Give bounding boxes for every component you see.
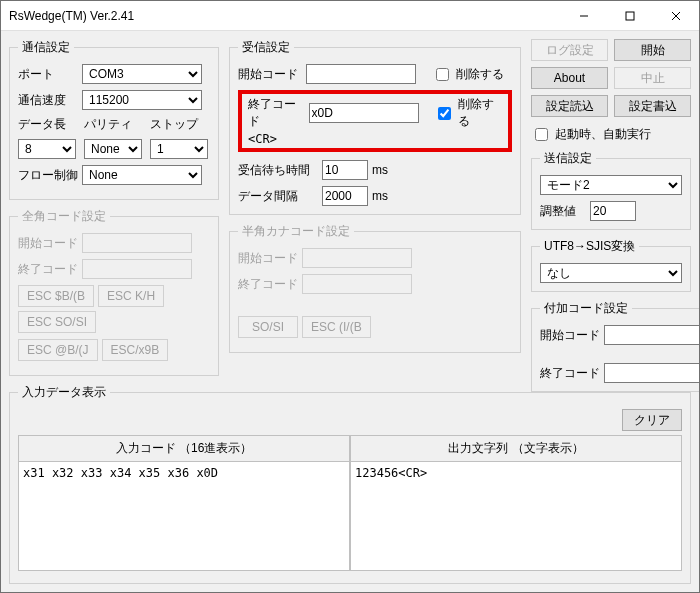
comm-legend: 通信設定 xyxy=(18,39,74,56)
append-end-label: 終了コード xyxy=(540,365,600,382)
window-title: RsWedge(TM) Ver.2.41 xyxy=(9,9,561,23)
wait-unit: ms xyxy=(372,163,388,177)
stop-button: 中止 xyxy=(614,67,691,89)
io-legend: 入力データ表示 xyxy=(18,384,110,401)
han-start-label: 開始コード xyxy=(238,250,298,267)
zen-start-label: 開始コード xyxy=(18,235,78,252)
baud-select[interactable]: 115200 xyxy=(82,90,202,110)
interval-label: データ間隔 xyxy=(238,188,318,205)
wait-input[interactable] xyxy=(322,160,368,180)
send-legend: 送信設定 xyxy=(540,150,596,167)
stop-label: ストップ xyxy=(150,116,208,133)
zenkaku-group: 全角コード設定 開始コード 終了コード ESC $B/(B ESC K/H ES… xyxy=(9,208,219,376)
stop-select[interactable]: 1 xyxy=(150,139,208,159)
interval-input[interactable] xyxy=(322,186,368,206)
adjust-label: 調整値 xyxy=(540,203,586,220)
write-setting-button[interactable]: 設定書込 xyxy=(614,95,691,117)
hankaku-legend: 半角カナコード設定 xyxy=(238,223,354,240)
start-delete-checkbox[interactable] xyxy=(436,68,449,81)
zenkaku-legend: 全角コード設定 xyxy=(18,208,110,225)
end-code-friendly: <CR> xyxy=(248,132,277,146)
han-end-label: 終了コード xyxy=(238,276,298,293)
autorun-checkbox[interactable] xyxy=(535,128,548,141)
zen-btn3: ESC SO/SI xyxy=(18,311,96,333)
port-label: ポート xyxy=(18,66,78,83)
data-label: データ長 xyxy=(18,116,76,133)
start-delete-chk[interactable]: 削除する xyxy=(432,65,504,84)
zen-end-label: 終了コード xyxy=(18,261,78,278)
data-select[interactable]: 8 xyxy=(18,139,76,159)
utf-select[interactable]: なし xyxy=(540,263,682,283)
parity-label: パリティ xyxy=(84,116,142,133)
autorun-chk[interactable]: 起動時、自動実行 xyxy=(531,125,691,144)
input-pane: 入力コード （16進表示） x31 x32 x33 x34 x35 x36 x0… xyxy=(18,435,350,571)
svg-rect-1 xyxy=(626,12,634,20)
send-mode-select[interactable]: モード2 xyxy=(540,175,682,195)
start-code-input[interactable] xyxy=(306,64,416,84)
output-header: 出力文字列 （文字表示） xyxy=(351,436,681,462)
append-start-input[interactable] xyxy=(604,325,699,345)
append-legend: 付加コード設定 xyxy=(540,300,632,317)
maximize-button[interactable] xyxy=(607,1,653,31)
end-delete-checkbox[interactable] xyxy=(438,107,451,120)
zen-end-input xyxy=(82,259,192,279)
end-code-input[interactable] xyxy=(309,103,419,123)
log-setting-button: ログ設定 xyxy=(531,39,608,61)
adjust-input[interactable] xyxy=(590,201,636,221)
parity-select[interactable]: None xyxy=(84,139,142,159)
output-pane: 出力文字列 （文字表示） 123456<CR> xyxy=(350,435,682,571)
titlebar: RsWedge(TM) Ver.2.41 xyxy=(1,1,699,31)
end-delete-chk[interactable]: 削除する xyxy=(434,96,502,130)
input-body[interactable]: x31 x32 x33 x34 x35 x36 x0D xyxy=(19,462,349,570)
hankaku-group: 半角カナコード設定 開始コード 終了コード SO/SI ESC (I/(B xyxy=(229,223,521,353)
zen-start-input xyxy=(82,233,192,253)
han-btn1: SO/SI xyxy=(238,316,298,338)
utf-legend: UTF8→SJIS変換 xyxy=(540,238,639,255)
send-group: 送信設定 モード2 調整値 xyxy=(531,150,691,230)
start-code-label: 開始コード xyxy=(238,66,302,83)
end-code-label: 終了コード xyxy=(248,96,305,130)
end-code-highlight: 終了コード 削除する <CR> xyxy=(238,90,512,152)
zen-btn1: ESC $B/(B xyxy=(18,285,94,307)
output-body[interactable]: 123456<CR> xyxy=(351,462,681,570)
clear-button[interactable]: クリア xyxy=(622,409,682,431)
zen-btn4: ESC @B/(J xyxy=(18,339,98,361)
recv-group: 受信設定 開始コード 削除する 終了コード xyxy=(229,39,521,215)
interval-unit: ms xyxy=(372,189,388,203)
flow-label: フロー制御 xyxy=(18,167,78,184)
minimize-button[interactable] xyxy=(561,1,607,31)
append-group: 付加コード設定 開始コード 終了コード xyxy=(531,300,699,392)
about-button[interactable]: About xyxy=(531,67,608,89)
zen-btn5: ESC/x9B xyxy=(102,339,169,361)
append-end-input[interactable] xyxy=(604,363,699,383)
close-button[interactable] xyxy=(653,1,699,31)
comm-group: 通信設定 ポート COM3 通信速度 115200 データ xyxy=(9,39,219,200)
zen-btn2: ESC K/H xyxy=(98,285,164,307)
read-setting-button[interactable]: 設定読込 xyxy=(531,95,608,117)
append-start-label: 開始コード xyxy=(540,327,600,344)
han-end-input xyxy=(302,274,412,294)
wait-label: 受信待ち時間 xyxy=(238,162,318,179)
port-select[interactable]: COM3 xyxy=(82,64,202,84)
baud-label: 通信速度 xyxy=(18,92,78,109)
start-button[interactable]: 開始 xyxy=(614,39,691,61)
recv-legend: 受信設定 xyxy=(238,39,294,56)
utf-group: UTF8→SJIS変換 なし xyxy=(531,238,691,292)
input-header: 入力コード （16進表示） xyxy=(19,436,349,462)
io-group: 入力データ表示 クリア 入力コード （16進表示） x31 x32 x33 x3… xyxy=(9,384,691,584)
flow-select[interactable]: None xyxy=(82,165,202,185)
han-btn2: ESC (I/(B xyxy=(302,316,371,338)
han-start-input xyxy=(302,248,412,268)
